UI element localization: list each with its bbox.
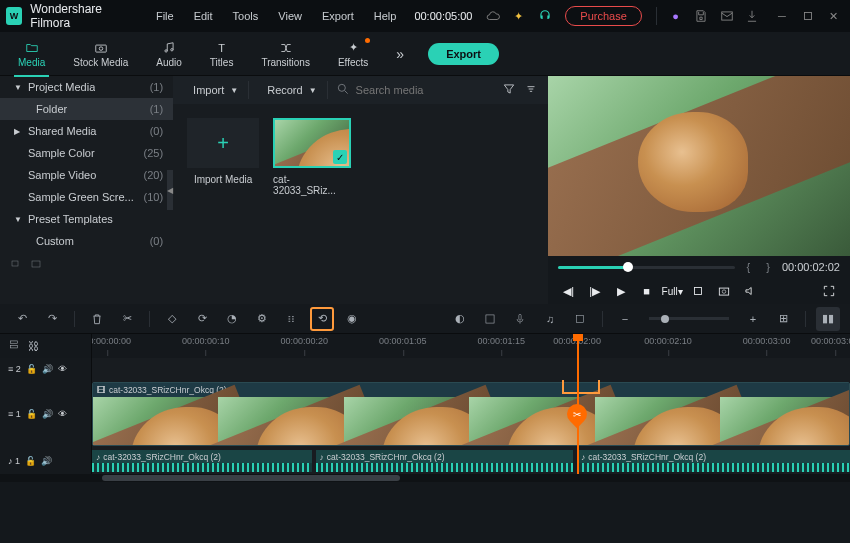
video-clip[interactable]: 🎞cat-32033_SRizCHnr_Okcq (2) [92,382,850,446]
audio-clip-2[interactable]: ♪cat-32033_SRizCHnr_Okcq (2) [316,450,574,472]
lock-icon[interactable]: 🔓 [26,409,37,419]
menu-file[interactable]: File [148,10,182,22]
zoom-in-button[interactable]: + [741,307,765,331]
timeline-scrollbar[interactable] [0,474,850,482]
save-icon[interactable] [690,4,712,28]
minimize-icon[interactable]: ─ [771,4,793,28]
lock-icon[interactable]: 🔓 [26,364,37,374]
new-folder-icon[interactable] [10,258,22,272]
audio-stretch-button[interactable]: ⟲ [310,307,334,331]
message-icon[interactable] [716,4,738,28]
close-icon[interactable]: ✕ [822,4,844,28]
prev-frame-button[interactable]: ◀| [558,280,580,302]
voiceover-button[interactable] [508,307,532,331]
tips-icon[interactable]: ✦ [508,4,530,28]
render-button[interactable] [478,307,502,331]
mix-button[interactable]: ◐ [448,307,472,331]
media-tree: ▼Project Media(1) Folder(1) ▶Shared Medi… [0,76,173,252]
visibility-icon[interactable]: 👁 [58,364,67,374]
lock-icon[interactable]: 🔓 [25,456,36,466]
playhead[interactable] [577,334,579,358]
collapse-handle[interactable]: ◀ [167,170,173,210]
svg-rect-1 [804,13,811,20]
seek-slider[interactable] [558,266,735,269]
mark-in-button[interactable]: { [743,261,755,273]
timeline-layout-button[interactable]: ▮▮ [816,307,840,331]
tree-preset-templates[interactable]: ▼Preset Templates [0,208,173,230]
volume-icon[interactable] [739,280,761,302]
undo-button[interactable]: ↶ [10,307,34,331]
video-track-body[interactable]: 🎞cat-32033_SRizCHnr_Okcq (2) ✂ [92,380,850,448]
tab-media[interactable]: Media [8,36,55,72]
tab-transitions[interactable]: Transitions [251,36,320,72]
color-button[interactable] [280,307,304,331]
more-tabs-button[interactable]: » [386,46,414,62]
timeline-ruler[interactable]: 00:00:00:00 00:00:00:10 00:00:00:20 00:0… [92,334,850,358]
export-button[interactable]: Export [428,43,499,65]
maximize-icon[interactable] [797,4,819,28]
account-icon[interactable]: ● [665,4,687,28]
split-button[interactable]: ✂ [115,307,139,331]
tab-stock-media[interactable]: Stock Media [63,36,138,72]
preview-viewport[interactable] [548,76,850,256]
redo-button[interactable]: ↷ [40,307,64,331]
delete-button[interactable] [85,307,109,331]
media-clip-tile[interactable]: ✓ cat-32033_SRiz... [273,118,351,290]
quality-dropdown[interactable]: Full ▾ [662,280,683,302]
menu-help[interactable]: Help [366,10,405,22]
audio-mixer-button[interactable]: ♫ [538,307,562,331]
tree-sample-color[interactable]: Sample Color(25) [0,142,173,164]
effect-track-body[interactable] [92,358,850,380]
audio-clip-3[interactable]: ♪cat-32033_SRizCHnr_Okcq (2) [577,450,850,472]
tree-sample-video[interactable]: Sample Video(20) [0,164,173,186]
tree-custom[interactable]: Custom(0) [0,230,173,252]
zoom-fit-button[interactable]: ⊞ [771,307,795,331]
filter-icon[interactable] [502,82,516,98]
record-dropdown[interactable]: Record▼ [257,81,327,99]
audio-clip-1[interactable]: ♪cat-32033_SRizCHnr_Okcq (2) [92,450,312,472]
adjust-button[interactable]: ⚙ [250,307,274,331]
track-manage-icon[interactable] [8,338,22,354]
zoom-slider[interactable] [649,317,729,320]
duration-button[interactable]: ◔ [220,307,244,331]
tree-sample-green[interactable]: Sample Green Scre...(10) [0,186,173,208]
menu-view[interactable]: View [270,10,310,22]
import-media-tile[interactable]: + Import Media [187,118,259,290]
browser-toolbar: Import▼ Record▼ [173,76,548,104]
menu-tools[interactable]: Tools [225,10,267,22]
folder-settings-icon[interactable] [30,258,42,272]
keyframe-button[interactable]: ◉ [340,307,364,331]
mute-icon[interactable]: 🔊 [41,456,52,466]
mute-icon[interactable]: 🔊 [42,409,53,419]
support-icon[interactable] [534,4,556,28]
search-input[interactable] [356,84,494,96]
stop-button[interactable]: ■ [636,280,658,302]
tab-audio[interactable]: Audio [146,36,192,72]
menu-edit[interactable]: Edit [186,10,221,22]
download-icon[interactable] [742,4,764,28]
play-button[interactable]: ▶ [610,280,632,302]
tab-titles[interactable]: T Titles [200,36,244,72]
link-icon[interactable]: ⛓ [28,340,39,352]
import-dropdown[interactable]: Import▼ [183,81,249,99]
marker-add-button[interactable] [568,307,592,331]
crop-icon[interactable] [687,280,709,302]
tab-effects[interactable]: ✦ Effects [328,36,378,72]
step-back-button[interactable]: |▶ [584,280,606,302]
tree-folder[interactable]: Folder(1) [0,98,173,120]
snapshot-icon[interactable] [713,280,735,302]
audio-track-body[interactable]: ♪cat-32033_SRizCHnr_Okcq (2) ♪cat-32033_… [92,448,850,474]
visibility-icon[interactable]: 👁 [58,409,67,419]
cloud-icon[interactable] [483,4,505,28]
mark-button[interactable]: ◇ [160,307,184,331]
purchase-button[interactable]: Purchase [565,6,641,26]
speed-button[interactable]: ⟳ [190,307,214,331]
menu-export[interactable]: Export [314,10,362,22]
mute-icon[interactable]: 🔊 [42,364,53,374]
mark-out-button[interactable]: } [762,261,774,273]
sort-icon[interactable] [524,82,538,98]
fullscreen-icon[interactable] [818,280,840,302]
zoom-out-button[interactable]: − [613,307,637,331]
tree-project-media[interactable]: ▼Project Media(1) [0,76,173,98]
tree-shared-media[interactable]: ▶Shared Media(0) [0,120,173,142]
